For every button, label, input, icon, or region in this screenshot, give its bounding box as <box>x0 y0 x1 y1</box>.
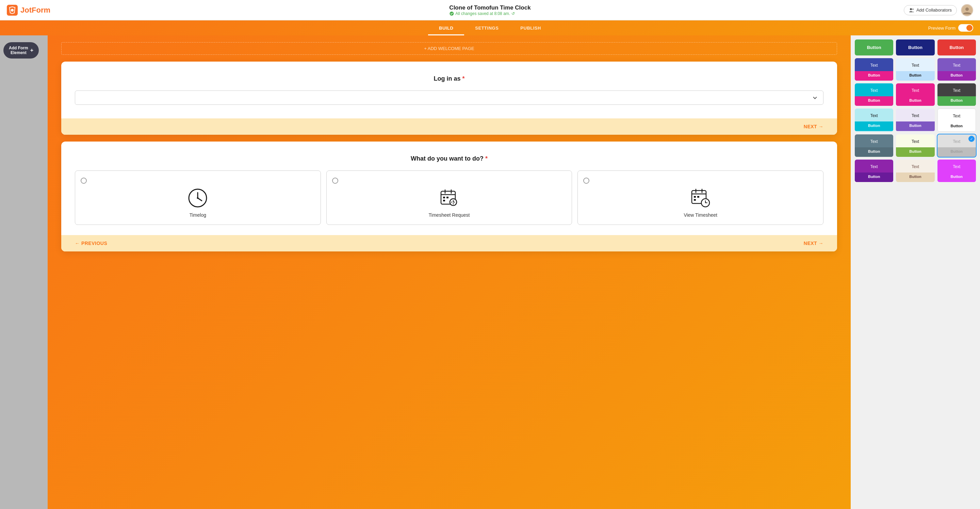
selected-check-badge: ✓ <box>969 136 975 142</box>
toggle-knob <box>966 25 972 31</box>
button-style-cell-0[interactable]: TextButton <box>855 58 893 81</box>
btn-cell-text-10: Text <box>896 134 934 146</box>
button-style-cell-11[interactable]: ✓TextButton <box>937 134 976 157</box>
top-header: JotForm Clone of Tomofun Time Clock All … <box>0 0 980 21</box>
button-style-top-2[interactable]: Button <box>937 40 976 56</box>
btn-cell-button-6: Button <box>855 121 893 131</box>
radio-option-view-timesheet[interactable]: View Timesheet <box>578 170 824 225</box>
btn-cell-button-5: Button <box>937 96 976 106</box>
button-style-grid: ButtonButtonButtonTextButtonTextButtonTe… <box>854 39 977 183</box>
header-center: Clone of Tomofun Time Clock All changes … <box>449 5 530 16</box>
radio-option-timelog[interactable]: Timelog <box>75 170 321 225</box>
radio-options: Timelog <box>75 170 824 225</box>
avatar-image <box>962 5 972 16</box>
form-card-body-2: What do you want to do? * Timelog <box>61 142 837 225</box>
btn-cell-button-13: Button <box>896 172 934 182</box>
required-star-2: * <box>484 155 488 162</box>
button-style-cell-1[interactable]: TextButton <box>896 58 934 81</box>
btn-cell-button-0: Button <box>855 71 893 81</box>
btn-cell-button-10: Button <box>896 147 934 157</box>
button-style-cell-12[interactable]: TextButton <box>855 159 893 182</box>
radio-dot-timesheet <box>332 178 338 184</box>
btn-cell-button-11: Button <box>937 147 976 157</box>
radio-option-timesheet-request[interactable]: Timesheet Request <box>326 170 572 225</box>
next-button-2[interactable]: NEXT → <box>804 240 824 246</box>
login-field-label: Log in as * <box>75 75 824 82</box>
save-status: All changes saved at 8:08 am. ↺ <box>449 11 530 16</box>
svg-point-3 <box>910 8 912 10</box>
preview-form-label: Preview Form <box>928 25 956 30</box>
right-panel: ButtonButtonButtonTextButtonTextButtonTe… <box>851 35 980 509</box>
btn-cell-text-13: Text <box>896 159 934 171</box>
left-sidebar: Add Form Element + <box>0 35 48 509</box>
button-style-cell-5[interactable]: TextButton <box>937 83 976 106</box>
button-style-cell-8[interactable]: TextButton <box>937 108 976 132</box>
radio-dot-timelog <box>81 178 87 184</box>
btn-cell-button-8: Button <box>938 122 975 131</box>
form-card-body-1: Log in as * <box>61 62 837 105</box>
form-card-action: What do you want to do? * Timelog <box>61 142 837 251</box>
btn-cell-text-0: Text <box>855 58 893 70</box>
center-content: + ADD WELCOME PAGE Log in as * NEXT → <box>48 35 851 509</box>
timesheet-request-label: Timesheet Request <box>429 212 470 218</box>
user-avatar[interactable] <box>961 4 973 16</box>
svg-point-10 <box>197 197 199 199</box>
btn-cell-button-2: Button <box>937 71 976 81</box>
button-style-cell-10[interactable]: TextButton <box>896 134 934 157</box>
button-style-cell-9[interactable]: TextButton <box>855 134 893 157</box>
tab-build[interactable]: BUILD <box>428 21 464 35</box>
main-layout: Add Form Element + + ADD WELCOME PAGE Lo… <box>0 35 980 509</box>
button-style-cell-2[interactable]: TextButton <box>937 58 976 81</box>
btn-cell-text-14: Text <box>937 159 976 171</box>
btn-cell-button-12: Button <box>855 172 893 182</box>
clock-icon <box>188 188 208 208</box>
next-button-1[interactable]: NEXT → <box>804 124 824 129</box>
btn-cell-button-4: Button <box>896 96 934 106</box>
btn-cell-text-4: Text <box>896 83 934 95</box>
svg-point-1 <box>11 9 14 11</box>
btn-cell-text-5: Text <box>937 83 976 95</box>
form-card-login: Log in as * NEXT → <box>61 62 837 135</box>
button-style-cell-4[interactable]: TextButton <box>896 83 934 106</box>
button-style-cell-7[interactable]: TextButton <box>896 108 934 132</box>
jotform-logo-icon <box>7 5 18 16</box>
form-card-footer-1: NEXT → <box>61 118 837 135</box>
plus-icon: + <box>30 47 33 53</box>
prev-button[interactable]: ← PREVIOUS <box>75 240 107 246</box>
radio-dot-view <box>583 178 589 184</box>
add-collaborators-button[interactable]: Add Collaborators <box>904 5 957 15</box>
svg-rect-16 <box>447 197 449 198</box>
nav-tabs: BUILD SETTINGS PUBLISH Preview Form <box>0 21 980 35</box>
form-card-footer-2: ← PREVIOUS NEXT → <box>61 235 837 251</box>
button-style-cell-14[interactable]: TextButton <box>937 159 976 182</box>
preview-toggle[interactable] <box>958 24 973 32</box>
header-right: Add Collaborators <box>904 4 973 16</box>
tab-settings[interactable]: SETTINGS <box>464 21 509 35</box>
action-field-label: What do you want to do? * <box>75 155 824 162</box>
btn-cell-text-8: Text <box>938 109 975 121</box>
button-style-cell-6[interactable]: TextButton <box>855 108 893 132</box>
button-style-top-1[interactable]: Button <box>896 40 934 56</box>
btn-cell-text-6: Text <box>855 108 893 120</box>
svg-rect-15 <box>443 197 445 198</box>
btn-cell-text-9: Text <box>855 134 893 146</box>
timelog-label: Timelog <box>189 212 206 218</box>
check-icon <box>449 11 454 16</box>
tab-publish[interactable]: PUBLISH <box>509 21 552 35</box>
login-dropdown[interactable] <box>75 91 824 105</box>
btn-cell-button-7: Button <box>896 121 934 131</box>
btn-cell-text-1: Text <box>896 58 934 70</box>
button-style-cell-13[interactable]: TextButton <box>896 159 934 182</box>
collaborators-icon <box>909 8 914 13</box>
button-style-cell-3[interactable]: TextButton <box>855 83 893 106</box>
btn-cell-text-7: Text <box>896 108 934 120</box>
btn-cell-button-3: Button <box>855 96 893 106</box>
add-welcome-page[interactable]: + ADD WELCOME PAGE <box>61 42 837 55</box>
svg-rect-17 <box>443 200 445 201</box>
view-timesheet-label: View Timesheet <box>684 212 717 218</box>
view-timesheet-icon <box>690 188 711 208</box>
svg-point-4 <box>912 8 914 10</box>
button-style-top-0[interactable]: Button <box>855 40 893 56</box>
add-form-element-button[interactable]: Add Form Element + <box>3 42 39 59</box>
svg-point-6 <box>966 8 969 11</box>
